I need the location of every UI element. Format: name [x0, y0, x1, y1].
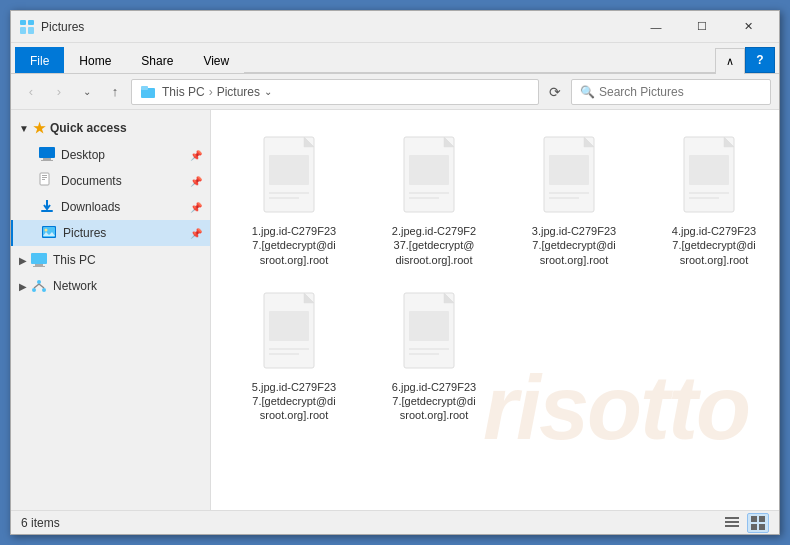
file-name: 5.jpg.id-C279F237.[getdecrypt@disroot.or… [252, 380, 336, 423]
refresh-button[interactable]: ⟳ [543, 80, 567, 104]
help-button[interactable]: ? [745, 47, 775, 73]
sidebar-item-documents[interactable]: Documents 📌 [11, 168, 210, 194]
maximize-button[interactable]: ☐ [679, 11, 725, 43]
search-icon: 🔍 [580, 85, 595, 99]
svg-rect-3 [28, 27, 34, 34]
svg-point-20 [37, 280, 41, 284]
sidebar-item-desktop[interactable]: Desktop 📌 [11, 142, 210, 168]
search-box[interactable]: 🔍 [571, 79, 771, 105]
ribbon-collapse-button[interactable]: ∧ [715, 48, 745, 74]
window-icon [19, 19, 35, 35]
svg-rect-10 [42, 175, 47, 176]
file-name: 3.jpg.id-C279F237.[getdecrypt@disroot.or… [532, 224, 616, 267]
network-icon [31, 278, 47, 294]
svg-rect-17 [31, 253, 47, 264]
title-bar: Pictures — ☐ ✕ [11, 11, 779, 43]
desktop-label: Desktop [61, 148, 105, 162]
pin-icon-desktop: 📌 [190, 150, 202, 161]
svg-point-22 [42, 288, 46, 292]
minimize-button[interactable]: — [633, 11, 679, 43]
file-item[interactable]: 3.jpg.id-C279F237.[getdecrypt@disroot.or… [509, 128, 639, 274]
file-name: 1.jpg.id-C279F237.[getdecrypt@disroot.or… [252, 224, 336, 267]
forward-button[interactable]: › [47, 80, 71, 104]
svg-rect-50 [725, 521, 739, 523]
file-area: risotto 1.jpg.id-C279F237 [211, 110, 779, 510]
this-pc-header[interactable]: ▶ This PC [11, 248, 210, 272]
details-view-button[interactable] [721, 513, 743, 533]
star-icon: ★ [33, 120, 46, 136]
file-grid: 1.jpg.id-C279F237.[getdecrypt@disroot.or… [221, 120, 769, 438]
svg-rect-6 [39, 147, 55, 158]
pin-icon-pictures: 📌 [190, 228, 202, 239]
up-button[interactable]: ↑ [103, 80, 127, 104]
svg-rect-49 [725, 517, 739, 519]
address-path[interactable]: This PC › Pictures ⌄ [131, 79, 539, 105]
file-icon [399, 135, 469, 220]
svg-rect-18 [35, 264, 43, 266]
svg-rect-11 [42, 177, 47, 178]
file-item[interactable]: 6.jpg.id-C279F237.[getdecrypt@disroot.or… [369, 284, 499, 430]
file-item[interactable]: 1.jpg.id-C279F237.[getdecrypt@disroot.or… [229, 128, 359, 274]
file-icon [259, 135, 329, 220]
file-name: 2.jpeg.id-C279F237.[getdecrypt@disroot.o… [392, 224, 476, 267]
svg-rect-2 [28, 20, 34, 25]
svg-rect-55 [759, 524, 765, 530]
svg-point-16 [45, 228, 48, 231]
documents-icon [39, 172, 55, 191]
recent-locations-button[interactable]: ⌄ [75, 80, 99, 104]
quick-access-header[interactable]: ▼ ★ Quick access [11, 114, 210, 142]
file-name: 4.jpg.id-C279F237.[getdecrypt@disroot.or… [672, 224, 756, 267]
svg-rect-0 [20, 20, 26, 25]
network-label: Network [53, 279, 97, 293]
address-chevron[interactable]: ⌄ [264, 86, 272, 97]
main-content: ▼ ★ Quick access Desktop 📌 [11, 110, 779, 510]
view-controls [721, 513, 769, 533]
svg-point-21 [32, 288, 36, 292]
downloads-label: Downloads [61, 200, 120, 214]
search-input[interactable] [599, 85, 762, 99]
network-section: ▶ Network [11, 274, 210, 298]
file-item[interactable]: 2.jpeg.id-C279F237.[getdecrypt@disroot.o… [369, 128, 499, 274]
svg-rect-34 [549, 155, 589, 185]
file-icon [539, 135, 609, 220]
pictures-label: Pictures [63, 226, 106, 240]
address-bar: ‹ › ⌄ ↑ This PC › Pictures ⌄ ⟳ 🔍 [11, 74, 779, 110]
this-pc-icon [31, 252, 47, 268]
svg-rect-53 [759, 516, 765, 522]
tab-home[interactable]: Home [64, 47, 126, 73]
close-button[interactable]: ✕ [725, 11, 771, 43]
sidebar: ▼ ★ Quick access Desktop 📌 [11, 110, 211, 510]
svg-line-23 [34, 284, 39, 288]
ribbon-tabs: File Home Share View ∧ ? [11, 43, 779, 73]
quick-access-label: Quick access [50, 121, 127, 135]
sidebar-item-downloads[interactable]: Downloads 📌 [11, 194, 210, 220]
tab-view[interactable]: View [188, 47, 244, 73]
large-icons-view-button[interactable] [747, 513, 769, 533]
pictures-icon [41, 224, 57, 243]
svg-rect-1 [20, 27, 26, 34]
network-header[interactable]: ▶ Network [11, 274, 210, 298]
svg-rect-5 [141, 86, 148, 90]
file-item[interactable]: 5.jpg.id-C279F237.[getdecrypt@disroot.or… [229, 284, 359, 430]
this-pc-chevron: ▶ [19, 255, 27, 266]
svg-rect-38 [689, 155, 729, 185]
tab-file[interactable]: File [15, 47, 64, 73]
network-chevron: ▶ [19, 281, 27, 292]
status-bar: 6 items [11, 510, 779, 534]
ribbon: File Home Share View ∧ ? [11, 43, 779, 74]
file-name: 6.jpg.id-C279F237.[getdecrypt@disroot.or… [392, 380, 476, 423]
file-icon [259, 291, 329, 376]
file-icon [399, 291, 469, 376]
window-title: Pictures [41, 20, 633, 34]
back-button[interactable]: ‹ [19, 80, 43, 104]
svg-rect-13 [41, 210, 53, 212]
tab-share[interactable]: Share [126, 47, 188, 73]
file-item[interactable]: 4.jpg.id-C279F237.[getdecrypt@disroot.or… [649, 128, 779, 274]
svg-rect-7 [43, 158, 51, 160]
svg-rect-54 [751, 524, 757, 530]
pin-icon-documents: 📌 [190, 176, 202, 187]
window-controls: — ☐ ✕ [633, 11, 771, 43]
svg-rect-51 [725, 525, 739, 527]
quick-access-chevron: ▼ [19, 123, 29, 134]
sidebar-item-pictures[interactable]: Pictures 📌 [11, 220, 210, 246]
